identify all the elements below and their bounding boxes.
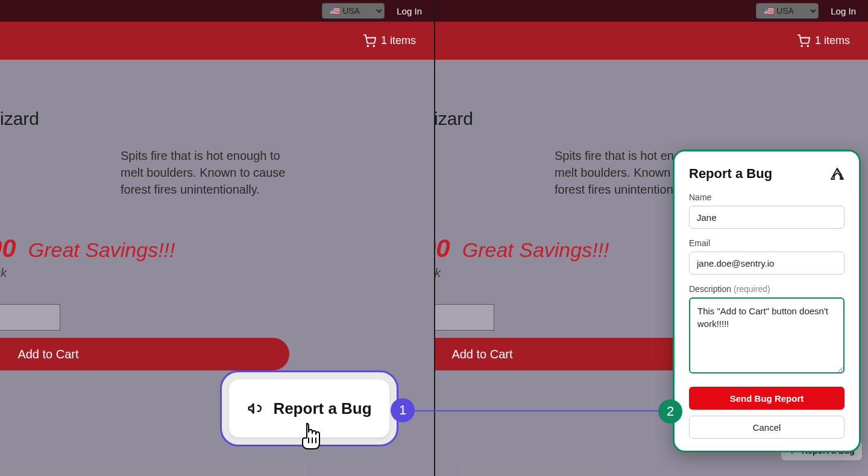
- product-title: izard: [0, 109, 434, 129]
- topbar: 🇺🇸 USA Log In: [0, 0, 434, 22]
- quantity-input[interactable]: [0, 304, 60, 331]
- savings-label: Great Savings!!!: [462, 238, 609, 262]
- country-select[interactable]: 🇺🇸 USA: [756, 3, 819, 19]
- login-link[interactable]: Log In: [397, 6, 422, 16]
- login-link[interactable]: Log In: [831, 6, 856, 16]
- step-badge-2: 2: [658, 399, 682, 424]
- cancel-button[interactable]: Cancel: [689, 416, 844, 439]
- add-to-cart-button[interactable]: Add to Cart: [0, 338, 289, 370]
- product-title: izard: [434, 109, 868, 129]
- megaphone-icon: [247, 399, 265, 417]
- savings-label: Great Savings!!!: [28, 238, 175, 262]
- product-content: izard Spits fire that is hot enough to m…: [0, 66, 434, 370]
- cart-count[interactable]: 1 items: [381, 34, 416, 47]
- sentry-logo-icon: [830, 167, 844, 180]
- quantity-input[interactable]: [434, 304, 494, 331]
- stock-label: ock: [0, 266, 434, 280]
- description-textarea[interactable]: [689, 297, 844, 373]
- country-select[interactable]: 🇺🇸 USA: [322, 3, 385, 19]
- product-description: Spits fire that is hot enough to melt bo…: [121, 147, 301, 198]
- price-row: 00 Great Savings!!!: [0, 234, 434, 263]
- svg-point-0: [367, 45, 368, 46]
- svg-point-5: [801, 45, 802, 46]
- step-badge-1: 1: [391, 398, 415, 422]
- pane-divider: [434, 0, 435, 476]
- description-label: Description (required): [689, 284, 844, 294]
- cart-count[interactable]: 1 items: [815, 34, 850, 47]
- svg-point-6: [807, 45, 808, 46]
- email-input[interactable]: [689, 252, 844, 274]
- pointer-cursor-icon: [298, 422, 324, 455]
- email-label: Email: [689, 238, 844, 248]
- name-input[interactable]: [689, 206, 844, 229]
- report-bug-label: Report a Bug: [273, 399, 371, 418]
- product-price: 00: [434, 234, 450, 263]
- cart-icon: [797, 34, 810, 48]
- svg-point-1: [373, 45, 374, 46]
- subheader: 1 items: [0, 22, 434, 60]
- product-price: 00: [0, 234, 16, 263]
- topbar: 🇺🇸 USA Log In: [434, 0, 868, 22]
- name-label: Name: [689, 192, 844, 202]
- pane-right: 🇺🇸 USA Log In 1 items izard Spits fire t…: [434, 0, 868, 476]
- pane-left: 🇺🇸 USA Log In 1 items izard Spits fire t…: [0, 0, 434, 476]
- subheader: 1 items: [434, 22, 868, 60]
- bug-report-modal: Report a Bug Name Email Description (req…: [673, 150, 861, 452]
- cart-icon: [363, 34, 376, 48]
- send-report-button[interactable]: Send Bug Report: [689, 387, 844, 410]
- modal-title: Report a Bug: [689, 166, 772, 182]
- step-connector-line: [415, 410, 662, 411]
